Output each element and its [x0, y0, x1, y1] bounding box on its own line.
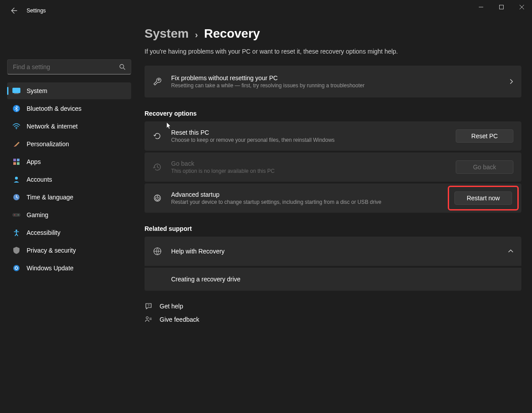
sidebar-item-label: Network & internet [27, 123, 78, 130]
wifi-icon [12, 122, 20, 130]
svg-text:?: ? [148, 304, 150, 308]
card-title: Go back [171, 160, 456, 167]
restart-now-button[interactable]: Restart now [454, 191, 512, 205]
card-desc: Restart your device to change startup se… [171, 199, 453, 205]
sidebar-item-label: Privacy & security [27, 247, 76, 254]
titlebar: Settings [0, 0, 532, 21]
sidebar-item-label: Apps [27, 158, 41, 165]
svg-point-1 [120, 64, 124, 68]
close-button[interactable] [512, 0, 532, 14]
svg-point-10 [15, 177, 18, 179]
svg-point-15 [16, 230, 17, 231]
sidebar-item-personalization[interactable]: Personalization [7, 136, 131, 152]
footer-label: Give feedback [160, 316, 200, 323]
sidebar-item-system[interactable]: System [7, 82, 131, 99]
svg-point-16 [13, 265, 20, 271]
sidebar-item-label: Time & language [27, 194, 73, 201]
sidebar-item-label: Accessibility [27, 229, 60, 236]
sidebar-item-label: Accounts [27, 176, 52, 183]
go-back-card: Go back This option is no longer availab… [145, 152, 521, 182]
svg-point-14 [18, 214, 19, 215]
breadcrumb-parent[interactable]: System [145, 27, 189, 41]
wrench-icon [153, 77, 162, 86]
gamepad-icon [12, 211, 20, 219]
section-related-support: Related support [145, 225, 521, 232]
card-title: Reset this PC [171, 129, 456, 136]
sidebar-item-accounts[interactable]: Accounts [7, 171, 131, 188]
reset-icon [153, 131, 162, 141]
svg-point-13 [14, 214, 15, 215]
system-icon [12, 87, 20, 95]
card-title: Help with Recovery [171, 248, 503, 255]
sidebar-item-gaming[interactable]: Gaming [7, 206, 131, 223]
reset-pc-button[interactable]: Reset PC [456, 129, 513, 143]
page-subtitle: If you're having problems with your PC o… [145, 48, 521, 55]
svg-rect-3 [14, 94, 19, 94]
sidebar-item-label: System [27, 87, 47, 94]
sidebar: System Bluetooth & devices Network & int… [0, 21, 137, 413]
sidebar-item-apps[interactable]: Apps [7, 153, 131, 170]
search-box[interactable] [7, 59, 131, 74]
globe-icon [153, 246, 162, 256]
svg-point-20 [146, 317, 149, 319]
svg-point-5 [16, 129, 17, 129]
maximize-button[interactable] [491, 0, 512, 14]
advanced-startup-card: Advanced startup Restart your device to … [145, 183, 521, 213]
section-recovery-options: Recovery options [145, 110, 521, 117]
svg-rect-7 [17, 159, 20, 161]
svg-rect-6 [13, 159, 16, 161]
sidebar-item-label: Bluetooth & devices [27, 105, 82, 112]
svg-rect-8 [13, 162, 16, 165]
power-icon [153, 193, 162, 203]
sidebar-item-label: Windows Update [27, 265, 74, 272]
person-icon [12, 175, 20, 183]
apps-icon [12, 158, 20, 166]
card-desc: Choose to keep or remove your personal f… [171, 137, 456, 143]
help-icon: ? [145, 302, 153, 310]
chevron-right-icon [509, 79, 513, 84]
sidebar-item-privacy[interactable]: Privacy & security [7, 242, 131, 259]
history-icon [153, 162, 162, 172]
svg-rect-9 [17, 162, 20, 165]
breadcrumb: System › Recovery [145, 27, 521, 41]
sidebar-item-network[interactable]: Network & internet [7, 118, 131, 135]
shield-icon [12, 246, 20, 254]
bluetooth-icon [12, 105, 20, 113]
card-desc: Resetting can take a while — first, try … [171, 82, 504, 89]
sidebar-item-accessibility[interactable]: Accessibility [7, 224, 131, 241]
sidebar-item-bluetooth[interactable]: Bluetooth & devices [7, 100, 131, 117]
minimize-button[interactable] [471, 0, 491, 14]
back-arrow-icon [11, 7, 18, 14]
give-feedback-link[interactable]: Give feedback [145, 316, 521, 323]
svg-rect-2 [13, 88, 20, 93]
search-icon [119, 64, 125, 70]
get-help-link[interactable]: ? Get help [145, 302, 521, 310]
feedback-icon [145, 316, 153, 323]
search-input[interactable] [13, 63, 119, 70]
chevron-up-icon [508, 249, 513, 253]
go-back-button: Go back [456, 160, 513, 174]
breadcrumb-current: Recovery [204, 27, 260, 41]
card-title: Advanced startup [171, 191, 453, 198]
window-controls [471, 0, 532, 14]
sidebar-item-label: Gaming [27, 211, 48, 218]
troubleshoot-card[interactable]: Fix problems without resetting your PC R… [145, 66, 521, 97]
card-desc: This option is no longer available on th… [171, 168, 456, 174]
chevron-right-icon: › [195, 30, 198, 40]
card-title: Fix problems without resetting your PC [171, 74, 504, 82]
back-button[interactable] [7, 4, 21, 18]
svg-rect-0 [500, 5, 504, 9]
window-title: Settings [27, 8, 46, 14]
sidebar-item-update[interactable]: Windows Update [7, 260, 131, 277]
sidebar-item-label: Personalization [27, 140, 69, 148]
accessibility-icon [12, 229, 20, 237]
help-recovery-card[interactable]: Help with Recovery [145, 237, 521, 266]
recovery-drive-link[interactable]: Creating a recovery drive [145, 268, 521, 291]
highlight-annotation: Restart now [448, 186, 519, 210]
reset-pc-card: Reset this PC Choose to keep or remove y… [145, 121, 521, 151]
sidebar-item-time[interactable]: Time & language [7, 189, 131, 206]
main-content: System › Recovery If you're having probl… [137, 21, 532, 413]
paintbrush-icon [12, 140, 20, 148]
clock-icon [12, 193, 20, 201]
footer-label: Get help [160, 303, 183, 310]
